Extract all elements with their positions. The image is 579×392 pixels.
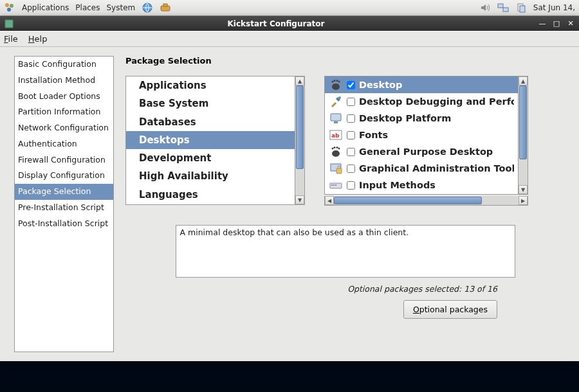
scroll-right-icon[interactable]: ▶	[519, 196, 528, 205]
package-description: A minimal desktop that can also be used …	[176, 225, 515, 278]
package-item[interactable]: Input Methods	[325, 177, 518, 193]
package-label: General Purpose Desktop	[359, 147, 493, 157]
package-checkbox[interactable]	[347, 165, 355, 173]
package-checkbox[interactable]	[347, 148, 355, 156]
package-label: Desktop Debugging and Performance	[359, 96, 514, 107]
sidebar-item[interactable]: Display Configuration	[15, 168, 113, 184]
sidebar-item[interactable]: Basic Configuration	[15, 57, 113, 73]
category-item[interactable]: Base System	[126, 94, 295, 112]
scroll-up-icon[interactable]: ▲	[295, 76, 304, 85]
gnome-panel: Applications Places System Sat Jun 14,	[0, 0, 579, 16]
svg-point-13	[334, 80, 336, 82]
category-list[interactable]: ApplicationsBase SystemDatabasesDesktops…	[125, 76, 295, 205]
page-title: Package Selection	[125, 56, 565, 66]
package-item[interactable]: Desktop Debugging and Performance	[325, 93, 518, 110]
package-label: Graphical Administration Tools	[359, 163, 514, 174]
kickstart-window: Kickstart Configurator — □ ✕ File Help B…	[0, 16, 579, 361]
sidebar-item[interactable]: Post-Installation Script	[15, 216, 113, 232]
package-scrollbar-v[interactable]: ▲ ▼	[519, 76, 528, 195]
sidebar-item[interactable]: Boot Loader Options	[15, 89, 113, 105]
package-list[interactable]: DesktopDesktop Debugging and Performance…	[324, 76, 519, 195]
package-scrollbar-h[interactable]: ◀ ▶	[324, 196, 528, 206]
sidebar-item[interactable]: Network Configuration	[15, 120, 113, 136]
menu-applications[interactable]: Applications	[22, 3, 69, 12]
package-label: Desktop	[359, 80, 402, 90]
foot-icon	[329, 78, 343, 92]
sidebar-item[interactable]: Authentication	[15, 136, 113, 152]
category-item[interactable]: Databases	[126, 113, 295, 131]
svg-rect-27	[336, 168, 342, 174]
package-item[interactable]: General Purpose Desktop	[325, 143, 518, 160]
network-icon[interactable]	[497, 2, 509, 13]
menubar: File Help	[0, 31, 579, 47]
titlebar[interactable]: Kickstart Configurator — □ ✕	[0, 16, 579, 31]
svg-rect-29	[331, 184, 333, 186]
category-item[interactable]: High Availability	[126, 167, 295, 185]
svg-point-0	[5, 3, 9, 7]
category-item[interactable]: Development	[126, 149, 295, 167]
svg-rect-30	[333, 184, 335, 186]
category-item[interactable]: Load Balancer	[126, 204, 295, 205]
menu-system[interactable]: System	[106, 3, 135, 12]
package-checkbox[interactable]	[347, 114, 355, 123]
package-item[interactable]: abFonts	[325, 127, 518, 143]
section-sidebar: Basic ConfigurationInstallation MethodBo…	[14, 56, 114, 352]
svg-rect-6	[498, 4, 503, 8]
package-label: Desktop Platform	[359, 113, 451, 123]
sidebar-item[interactable]: Package Selection	[15, 184, 113, 200]
package-item[interactable]: Desktop Platform	[325, 110, 518, 127]
sidebar-item[interactable]: Partition Information	[15, 104, 113, 120]
sidebar-item[interactable]: Installation Method	[15, 73, 113, 89]
category-item[interactable]: Languages	[126, 186, 295, 204]
svg-point-21	[332, 150, 340, 157]
svg-rect-17	[331, 114, 341, 121]
drawer-icon[interactable]	[160, 2, 171, 13]
svg-rect-18	[334, 121, 338, 123]
svg-point-2	[7, 8, 11, 12]
package-item[interactable]: Desktop	[325, 76, 518, 93]
svg-rect-9	[520, 6, 525, 12]
lock-icon	[329, 161, 343, 175]
svg-point-1	[10, 4, 14, 8]
package-checkbox[interactable]	[347, 131, 355, 139]
package-item[interactable]: Graphical Administration Tools	[325, 160, 518, 177]
abc-icon: ab	[329, 128, 343, 142]
svg-point-22	[332, 148, 334, 150]
minimize-button[interactable]: —	[538, 19, 547, 28]
clock[interactable]: Sat Jun 14,	[533, 3, 575, 12]
scroll-thumb[interactable]	[519, 85, 527, 159]
package-label: Fonts	[359, 130, 388, 140]
scroll-left-icon[interactable]: ◀	[325, 196, 334, 205]
scroll-up-icon[interactable]: ▲	[519, 76, 528, 85]
svg-point-15	[338, 81, 340, 83]
monitor-icon	[329, 111, 343, 125]
menu-help[interactable]: Help	[28, 34, 48, 44]
browser-icon[interactable]	[142, 2, 153, 13]
volume-icon[interactable]	[479, 2, 491, 13]
svg-point-16	[338, 96, 341, 99]
input-icon	[329, 178, 343, 192]
menu-places[interactable]: Places	[75, 3, 100, 12]
svg-rect-7	[503, 8, 508, 12]
close-button[interactable]: ✕	[566, 19, 575, 28]
category-item[interactable]: Desktops	[126, 131, 295, 149]
svg-rect-31	[335, 184, 336, 186]
scroll-thumb[interactable]	[334, 197, 482, 204]
svg-point-24	[336, 147, 338, 148]
package-checkbox[interactable]	[347, 98, 355, 106]
scroll-down-icon[interactable]: ▼	[519, 185, 528, 194]
svg-point-12	[332, 81, 334, 83]
scroll-down-icon[interactable]: ▼	[295, 195, 304, 204]
sidebar-item[interactable]: Pre-Installation Script	[15, 200, 113, 216]
package-checkbox[interactable]	[347, 81, 355, 89]
category-item[interactable]: Applications	[126, 76, 295, 94]
foot-icon	[329, 145, 343, 159]
optional-packages-button[interactable]: Optional packages	[403, 300, 497, 319]
category-scrollbar[interactable]: ▲ ▼	[295, 76, 305, 205]
sidebar-item[interactable]: Firewall Configuration	[15, 152, 113, 168]
scroll-thumb[interactable]	[296, 85, 304, 169]
maximize-button[interactable]: □	[552, 19, 561, 28]
menu-file[interactable]: File	[4, 34, 18, 44]
clipboard-icon[interactable]	[515, 2, 527, 13]
package-checkbox[interactable]	[347, 181, 355, 190]
